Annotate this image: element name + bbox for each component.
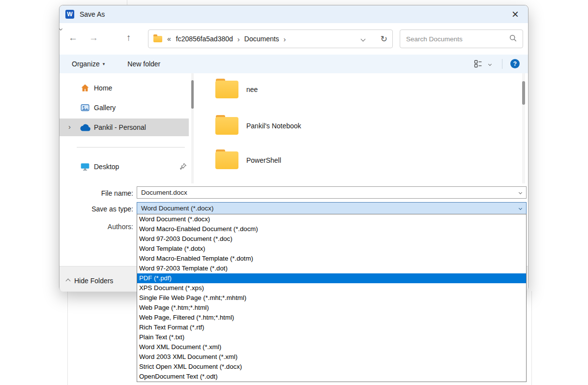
list-item-folder[interactable]: Pankil's Notebook (197, 115, 472, 137)
folder-name: PowerShell (246, 156, 281, 164)
file-name-input[interactable] (137, 189, 519, 196)
dropdown-item[interactable]: Strict Open XML Document (*.docx) (137, 362, 526, 372)
breadcrumb-separator-icon: › (234, 35, 243, 43)
new-folder-button[interactable]: New folder (127, 60, 160, 68)
sidebar-scrollbar[interactable] (191, 73, 194, 183)
breadcrumb-collapse-icon[interactable]: « (167, 35, 171, 43)
folder-name: Pankil's Notebook (246, 122, 301, 130)
help-button[interactable]: ? (510, 59, 520, 68)
dropdown-item[interactable]: Word Document (*.docx) (137, 214, 526, 224)
dropdown-item[interactable]: Word Template (*.dotx) (137, 244, 526, 254)
breadcrumb-item[interactable]: fc20856fa5ad380d (175, 35, 234, 43)
pin-icon[interactable] (179, 163, 187, 172)
dialog-title: Save As (80, 10, 105, 18)
sidebar-item-onedrive-personal[interactable]: › Pankil - Personal (59, 118, 189, 136)
search-icon (509, 34, 517, 44)
forward-button[interactable]: → (89, 32, 98, 43)
dropdown-item[interactable]: Word Macro-Enabled Document (*.docm) (137, 224, 526, 234)
sidebar-item-label: Gallery (94, 104, 116, 112)
save-as-type-label: Save as type: (59, 205, 133, 213)
folder-name: nee (246, 86, 258, 93)
divider (502, 59, 502, 69)
file-type-dropdown: Word Document (*.docx) Word Macro-Enable… (137, 214, 527, 382)
dropdown-item[interactable]: Word Macro-Enabled Template (*.dotm) (137, 254, 526, 264)
chevron-up-icon (66, 278, 71, 283)
file-list-scrollbar[interactable] (522, 73, 525, 183)
close-button[interactable]: × (508, 7, 522, 21)
hide-folders-button[interactable]: Hide Folders (66, 277, 113, 285)
word-app-icon: W (65, 10, 74, 19)
desktop-icon (80, 162, 90, 173)
gallery-icon (80, 103, 90, 114)
dropdown-item[interactable]: Rich Text Format (*.rtf) (137, 323, 526, 332)
dropdown-item[interactable]: Web Page, Filtered (*.htm;*.html) (137, 313, 526, 323)
sidebar-item-label: Pankil - Personal (94, 123, 146, 131)
navigation-toolbar: ← → ↑ « fc20856fa5ad380d › Documents › ↻ (59, 23, 528, 55)
home-icon (80, 83, 90, 94)
list-item-folder[interactable]: PowerShell (197, 149, 472, 172)
dropdown-item[interactable]: Word 97-2003 Template (*.dot) (137, 264, 526, 273)
authors-label: Authors: (59, 223, 133, 231)
expander-chevron-icon[interactable]: › (68, 122, 71, 131)
background-page-edge (67, 291, 68, 385)
sidebar-item-label: Desktop (94, 163, 119, 171)
dropdown-item[interactable]: Word 2003 XML Document (*.xml) (137, 352, 526, 362)
sidebar-item-home[interactable]: Home (59, 79, 189, 97)
dropdown-item[interactable]: OpenDocument Text (*.odt) (137, 372, 526, 382)
folder-icon (153, 36, 162, 42)
dropdown-item[interactable]: Single File Web Page (*.mht;*.mhtml) (137, 293, 526, 303)
file-list-scrollbar-thumb[interactable] (522, 81, 525, 105)
screen: W Save As × ← → ↑ « fc20856fa5ad380d › D… (0, 0, 588, 385)
hide-folders-label: Hide Folders (74, 277, 113, 285)
view-options-icon[interactable] (474, 59, 482, 70)
list-item-folder[interactable]: nee (197, 78, 472, 101)
sidebar-item-gallery[interactable]: Gallery (59, 99, 189, 117)
dropdown-item[interactable]: Web Page (*.htm;*.html) (137, 303, 526, 313)
organize-label: Organize (72, 60, 100, 68)
dropdown-item[interactable]: XPS Document (*.xps) (137, 283, 526, 293)
browser-body: Home Gallery › Pankil - Personal (59, 73, 528, 183)
dropdown-item[interactable]: Word XML Document (*.xml) (137, 342, 526, 352)
sidebar: Home Gallery › Pankil - Personal (59, 73, 189, 183)
sidebar-item-label: Home (94, 84, 112, 92)
background-page-edge (127, 0, 127, 5)
up-button[interactable]: ↑ (126, 32, 131, 43)
chevron-down-icon[interactable] (519, 191, 522, 194)
sidebar-scrollbar-thumb[interactable] (191, 80, 194, 109)
chevron-down-icon[interactable] (519, 207, 522, 210)
dropdown-item[interactable]: Word 97-2003 Document (*.doc) (137, 234, 526, 244)
onedrive-cloud-icon (80, 124, 91, 133)
address-bar[interactable]: « fc20856fa5ad380d › Documents › ↻ (148, 30, 393, 48)
address-dropdown-icon[interactable] (360, 36, 365, 41)
sidebar-item-desktop[interactable]: Desktop (59, 158, 189, 176)
file-name-combobox[interactable] (137, 186, 527, 199)
dropdown-item-selected[interactable]: PDF (*.pdf) (137, 273, 526, 283)
background-page-edge (531, 291, 532, 385)
back-button[interactable]: ← (68, 32, 78, 43)
folder-icon (215, 151, 238, 169)
save-as-dialog: W Save As × ← → ↑ « fc20856fa5ad380d › D… (59, 5, 529, 291)
caret-down-icon: ▾ (103, 61, 105, 66)
file-list: nee Pankil's Notebook PowerShell (197, 73, 529, 183)
organize-button[interactable]: Organize ▾ (72, 60, 105, 68)
save-as-type-value: Word Document (*.docx) (137, 205, 519, 212)
file-name-label: File name: (59, 189, 133, 197)
sidebar-divider (77, 147, 185, 148)
folder-icon (215, 117, 238, 135)
breadcrumb-item[interactable]: Documents (243, 35, 280, 43)
dropdown-item[interactable]: Plain Text (*.txt) (137, 332, 526, 342)
breadcrumb-separator-icon: › (280, 35, 290, 43)
refresh-button[interactable]: ↻ (381, 34, 387, 44)
search-box[interactable] (400, 30, 523, 48)
search-input[interactable] (406, 35, 509, 43)
history-chevron-icon[interactable] (59, 27, 62, 30)
folder-icon (215, 81, 238, 98)
view-options-chevron-icon[interactable] (488, 62, 492, 66)
command-bar: Organize ▾ New folder ? (59, 55, 528, 73)
titlebar: W Save As × (59, 5, 528, 23)
save-as-type-combobox[interactable]: Word Document (*.docx) (137, 202, 527, 214)
